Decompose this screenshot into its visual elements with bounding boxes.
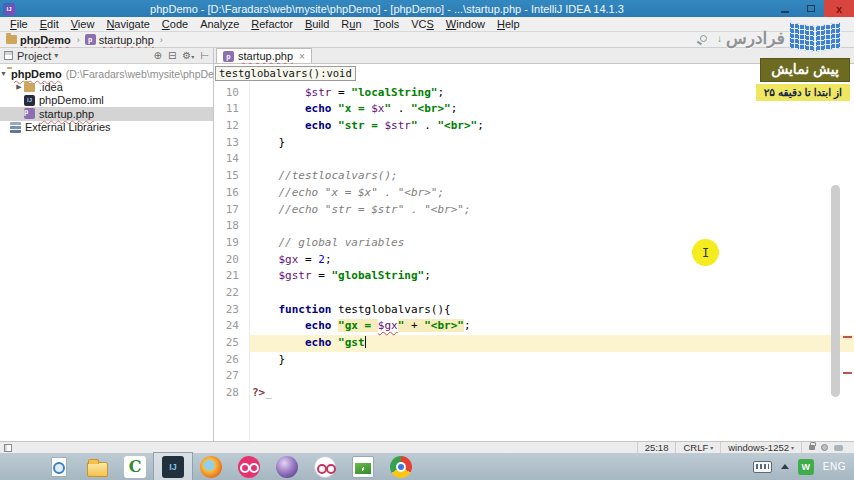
collapse-all-icon[interactable]: ⊟ xyxy=(168,50,176,61)
code-line[interactable]: ?>_ xyxy=(250,385,854,402)
code-line[interactable]: echo "str = $str" . "<br>"; xyxy=(250,118,854,135)
notifications-icon[interactable] xyxy=(834,445,843,451)
code-line[interactable]: $gx = 2; xyxy=(250,252,854,269)
editor-scrollbar-thumb[interactable] xyxy=(831,185,840,397)
menu-view[interactable]: View xyxy=(65,18,101,30)
code-line[interactable]: echo "gx = $gx" + "<br>"; xyxy=(250,318,854,335)
line-number: 12 xyxy=(214,118,249,135)
taskbar-search-document[interactable] xyxy=(40,453,78,480)
line-number: 27 xyxy=(214,368,249,385)
taskbar-file-explorer[interactable] xyxy=(78,453,116,480)
taskbar-camtasia[interactable]: C xyxy=(116,453,154,480)
menu-build[interactable]: Build xyxy=(299,18,335,30)
taskbar-start-button[interactable] xyxy=(2,453,40,480)
code-token: "localString" xyxy=(351,86,437,99)
hector-inspector-icon[interactable] xyxy=(821,444,828,451)
code-token xyxy=(252,186,279,199)
menu-edit[interactable]: Edit xyxy=(34,18,65,30)
locate-file-icon[interactable]: ⊕ xyxy=(154,50,162,61)
taskbar-media-player-orb[interactable] xyxy=(268,453,306,480)
caret-position[interactable]: 25:18 xyxy=(637,442,676,453)
breadcrumb-project[interactable]: phpDemo › xyxy=(6,34,83,46)
taskbar-notepad-editor[interactable] xyxy=(344,453,382,480)
tab-close-icon[interactable]: × xyxy=(299,51,305,62)
show-hidden-icons-chevron[interactable] xyxy=(781,464,789,469)
chevron-right-icon[interactable]: ▶ xyxy=(14,83,24,91)
code-line[interactable]: } xyxy=(250,352,854,369)
code-line[interactable]: //echo "x = $x" . "<br>"; xyxy=(250,185,854,202)
code-line[interactable] xyxy=(250,368,854,385)
green-messenger-icon[interactable]: W xyxy=(798,459,814,475)
code-line[interactable]: function testglobalvars(){ xyxy=(250,302,854,319)
code-line[interactable]: $gstr = "globalString"; xyxy=(250,268,854,285)
tree-item-phpdemo-root[interactable]: ▼ phpDemo (D:\Faradars\web\mysite\phpDem… xyxy=(0,67,213,80)
taskbar-intellij-idea[interactable]: IJ xyxy=(154,453,192,480)
maximize-button[interactable] xyxy=(798,0,824,17)
menu-navigate[interactable]: Navigate xyxy=(100,18,155,30)
code-token: ; xyxy=(451,102,458,115)
tree-item-startup-php[interactable]: p startup.php xyxy=(0,107,213,120)
menu-analyze[interactable]: Analyze xyxy=(194,18,245,30)
encoding-selector[interactable]: windows-1252▾ xyxy=(720,442,801,453)
taskbar-chrome[interactable] xyxy=(382,453,420,480)
tree-item-label: External Libraries xyxy=(25,121,111,133)
minimize-button[interactable] xyxy=(772,0,798,17)
line-number: 15 xyxy=(214,168,249,185)
toggle-toolwindows-icon[interactable] xyxy=(4,444,12,452)
error-stripe-mark[interactable] xyxy=(843,372,852,374)
text-caret xyxy=(365,336,367,348)
breadcrumb-file[interactable]: p startup.php › xyxy=(85,34,166,46)
tab-startup-php[interactable]: p startup.php × xyxy=(216,48,312,63)
menu-tools[interactable]: Tools xyxy=(368,18,406,30)
code-line[interactable] xyxy=(250,218,854,235)
code-line[interactable]: // global variables xyxy=(250,235,854,252)
project-panel-header: Project ▾ ⊕ ⊟ ⚙▾ ⊢ xyxy=(0,48,213,64)
chevron-down-icon[interactable]: ▾ xyxy=(54,51,58,60)
title-bar[interactable]: IJ phpDemo - [D:\Faradars\web\mysite\php… xyxy=(0,0,854,17)
menu-vcs[interactable]: VCS xyxy=(405,18,440,30)
lock-icon[interactable] xyxy=(809,445,815,450)
code-line[interactable]: //testlocalvars(); xyxy=(250,168,854,185)
project-panel-title[interactable]: Project xyxy=(17,50,51,62)
code-token: echo xyxy=(305,336,332,349)
taskbar-recorder-pink[interactable] xyxy=(230,453,268,480)
open-book-icon xyxy=(789,24,845,52)
close-button[interactable]: x xyxy=(824,0,854,17)
menu-refactor[interactable]: Refactor xyxy=(245,18,299,30)
code-line[interactable]: //echo "str = $str" . "<br>"; xyxy=(250,202,854,219)
code-line[interactable] xyxy=(250,285,854,302)
code-token: = xyxy=(312,269,332,282)
menu-run[interactable]: Run xyxy=(335,18,367,30)
tree-item-label: startup.php xyxy=(39,108,94,120)
menu-help[interactable]: Help xyxy=(491,18,526,30)
code-line[interactable]: echo "gst xyxy=(250,335,854,352)
menu-code[interactable]: Code xyxy=(156,18,194,30)
code-line[interactable]: } xyxy=(250,135,854,152)
code-line[interactable]: echo "x = $x" . "<br>"; xyxy=(250,101,854,118)
menu-window[interactable]: Window xyxy=(440,18,491,30)
error-stripe-mark[interactable] xyxy=(843,336,852,338)
line-number: 23 xyxy=(214,302,249,319)
code-token: $x xyxy=(371,102,384,115)
code-token xyxy=(252,269,279,282)
code-token: testglobalvars(){ xyxy=(331,303,450,316)
menu-file[interactable]: File xyxy=(4,18,34,30)
taskbar-firefox[interactable] xyxy=(192,453,230,480)
tree-item-phpdemo-iml[interactable]: IJ phpDemo.iml xyxy=(0,94,213,107)
language-indicator[interactable]: ENG xyxy=(823,461,846,472)
line-ending-selector[interactable]: CRLF▾ xyxy=(675,442,720,453)
file-explorer-icon xyxy=(87,462,108,477)
code-token xyxy=(252,336,305,349)
touch-keyboard-icon[interactable] xyxy=(753,461,772,473)
tree-item-external-libraries[interactable]: External Libraries xyxy=(0,121,213,134)
tree-item-idea-folder[interactable]: ▶ .idea xyxy=(0,80,213,93)
taskbar-recorder-white[interactable] xyxy=(306,453,344,480)
hide-panel-icon[interactable]: ⊢ xyxy=(200,50,209,61)
recorder-white-icon xyxy=(314,456,336,478)
code-line[interactable] xyxy=(250,151,854,168)
code-lines[interactable]: $x = 2; $str = "localString"; echo "x = … xyxy=(250,64,854,441)
settings-gear-icon[interactable]: ⚙▾ xyxy=(182,50,194,61)
code-editor[interactable]: 910111213141516171819202122232425262728 … xyxy=(214,64,854,441)
taskbar: CIJ W ENG xyxy=(0,453,854,480)
chevron-down-icon[interactable]: ▼ xyxy=(0,70,7,77)
